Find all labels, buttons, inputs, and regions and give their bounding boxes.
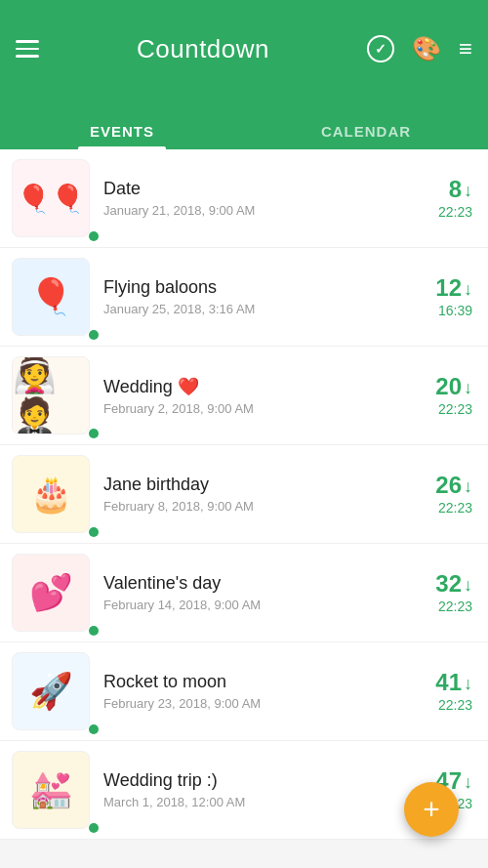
event-info: Date January 21, 2018, 9:00 AM xyxy=(103,179,404,218)
arrow-down-icon: ↓ xyxy=(464,280,472,298)
event-date: January 21, 2018, 9:00 AM xyxy=(103,203,404,218)
check-icon[interactable] xyxy=(367,35,394,62)
arrow-down-icon: ↓ xyxy=(464,675,472,692)
list-item[interactable]: 🎈🎈 Date January 21, 2018, 9:00 AM 8↓ 22:… xyxy=(0,149,488,248)
arrow-down-icon: ↓ xyxy=(464,477,472,495)
event-name: Wedding trip :) xyxy=(103,770,404,791)
event-name: Flying baloons xyxy=(103,277,404,298)
event-date: February 8, 2018, 9:00 AM xyxy=(103,499,404,514)
event-info: Valentine's day February 14, 2018, 9:00 … xyxy=(103,573,404,612)
event-date: February 2, 2018, 9:00 AM xyxy=(103,401,404,416)
arrow-down-icon: ↓ xyxy=(464,773,472,791)
event-name: Jane birthday xyxy=(103,475,404,495)
event-name: Rocket to moon xyxy=(103,672,404,692)
event-countdown: 32↓ 22:23 xyxy=(404,572,472,614)
event-time: 22:23 xyxy=(404,401,472,417)
event-time: 22:23 xyxy=(404,697,472,713)
event-dot xyxy=(89,823,99,833)
header-icons-group: 🎨 ≡ xyxy=(367,35,472,62)
list-item[interactable]: 🎂 Jane birthday February 8, 2018, 9:00 A… xyxy=(0,445,488,544)
tab-events[interactable]: EVENTS xyxy=(0,109,244,149)
event-dot xyxy=(89,527,99,537)
palette-icon[interactable]: 🎨 xyxy=(412,35,441,62)
event-days: 12↓ xyxy=(404,276,472,300)
event-countdown: 8↓ 22:23 xyxy=(404,178,472,220)
event-name: Date xyxy=(103,179,404,199)
event-dot xyxy=(89,724,99,734)
add-event-button[interactable]: + xyxy=(404,782,459,837)
event-dot xyxy=(89,330,99,340)
event-days: 8↓ xyxy=(404,178,472,201)
event-days: 26↓ xyxy=(404,474,472,497)
event-date: January 25, 2018, 3:16 AM xyxy=(103,302,404,316)
events-list: 🎈🎈 Date January 21, 2018, 9:00 AM 8↓ 22:… xyxy=(0,149,488,840)
arrow-down-icon: ↓ xyxy=(464,379,472,396)
event-thumbnail: 🎈🎈 xyxy=(12,159,90,237)
event-countdown: 20↓ 22:23 xyxy=(404,375,472,417)
arrow-down-icon: ↓ xyxy=(464,182,472,199)
event-info: Rocket to moon February 23, 2018, 9:00 A… xyxy=(103,672,404,711)
event-thumbnail: 🎂 xyxy=(12,455,90,533)
app-header: Countdown 🎨 ≡ xyxy=(0,0,488,109)
event-thumbnail: 🚀 xyxy=(12,652,90,730)
event-info: Wedding ❤️ February 2, 2018, 9:00 AM xyxy=(103,376,404,416)
event-days: 41↓ xyxy=(404,671,472,694)
event-time: 16:39 xyxy=(404,303,472,318)
list-item[interactable]: 🎈 Flying baloons January 25, 2018, 3:16 … xyxy=(0,248,488,347)
event-date: March 1, 2018, 12:00 AM xyxy=(103,795,404,809)
event-date: February 23, 2018, 9:00 AM xyxy=(103,696,404,711)
event-time: 22:23 xyxy=(404,204,472,220)
app-title: Countdown xyxy=(137,34,269,64)
event-thumbnail: 👰🤵 xyxy=(12,356,90,434)
event-countdown: 12↓ 16:39 xyxy=(404,276,472,318)
event-time: 22:23 xyxy=(404,500,472,516)
event-thumbnail: 💒 xyxy=(12,751,90,829)
menu-button[interactable] xyxy=(16,40,39,58)
list-item[interactable]: 🚀 Rocket to moon February 23, 2018, 9:00… xyxy=(0,642,488,741)
event-name: Valentine's day xyxy=(103,573,404,594)
event-name: Wedding ❤️ xyxy=(103,376,404,397)
arrow-down-icon: ↓ xyxy=(464,576,472,594)
list-item[interactable]: 👰🤵 Wedding ❤️ February 2, 2018, 9:00 AM … xyxy=(0,347,488,445)
event-info: Wedding trip :) March 1, 2018, 12:00 AM xyxy=(103,770,404,809)
event-countdown: 26↓ 22:23 xyxy=(404,474,472,516)
event-thumbnail: 💕 xyxy=(12,554,90,632)
event-days: 32↓ xyxy=(404,572,472,596)
event-date: February 14, 2018, 9:00 AM xyxy=(103,598,404,612)
list-item[interactable]: 💕 Valentine's day February 14, 2018, 9:0… xyxy=(0,544,488,642)
event-countdown: 41↓ 22:23 xyxy=(404,671,472,713)
event-dot xyxy=(89,429,99,438)
event-thumbnail: 🎈 xyxy=(12,258,90,336)
header-top-row: Countdown 🎨 ≡ xyxy=(16,34,472,64)
event-days: 20↓ xyxy=(404,375,472,398)
event-dot xyxy=(89,231,99,241)
event-info: Flying baloons January 25, 2018, 3:16 AM xyxy=(103,277,404,316)
tab-bar: EVENTS CALENDAR xyxy=(0,109,488,149)
tab-calendar[interactable]: CALENDAR xyxy=(244,109,488,149)
event-dot xyxy=(89,626,99,636)
event-time: 22:23 xyxy=(404,599,472,614)
filter-icon[interactable]: ≡ xyxy=(459,35,472,62)
event-info: Jane birthday February 8, 2018, 9:00 AM xyxy=(103,475,404,514)
